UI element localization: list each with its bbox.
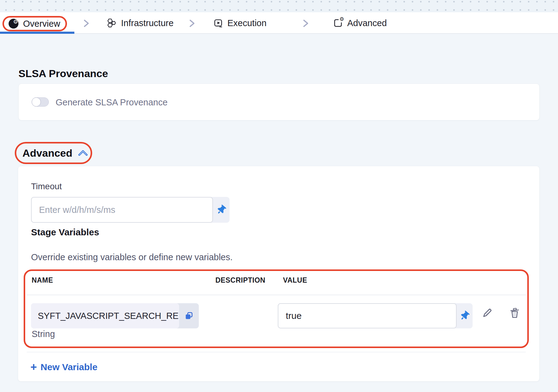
pin-icon [458,310,470,322]
new-variable-label: New Variable [41,362,97,372]
chevron-right-icon [188,19,196,28]
chevron-right-icon [302,19,310,28]
generate-slsa-label: Generate SLSA Provenance [56,84,167,121]
edit-variable-button[interactable] [481,307,493,319]
toggle-knob [32,97,41,107]
stage-variables-title: Stage Variables [31,227,99,237]
chevron-up-icon[interactable] [78,150,88,156]
infrastructure-icon [107,18,117,28]
column-header-value: VALUE [283,276,307,284]
copy-icon [185,312,193,320]
table-bottom-divider [27,352,526,352]
pencil-icon [481,307,493,319]
stage-variables-description: Override existing variables or define ne… [31,252,233,262]
variable-value-group [278,303,473,328]
tab-execution-label: Execution [227,18,266,28]
plus-icon: + [30,362,37,373]
copy-variable-button[interactable] [179,303,199,328]
pin-icon [215,204,227,216]
new-variable-button[interactable]: + New Variable [30,362,97,373]
column-header-name: NAME [32,276,53,284]
timeout-input[interactable] [31,197,213,223]
generate-slsa-toggle[interactable] [32,97,49,107]
table-header-divider [27,295,526,295]
timeout-input-group [31,197,230,223]
tab-overview-label: Overview [23,19,60,29]
variable-name-group: SYFT_JAVASCRIPT_SEARCH_REM [31,303,199,328]
advanced-card: Timeout Stage Variables Override existin… [18,166,540,382]
tab-overview[interactable]: ⚙ Overview [2,16,67,31]
timeout-pin-button[interactable] [213,197,230,223]
trash-icon [509,307,521,319]
advanced-gear-icon: ⚙ [333,18,343,28]
delete-variable-button[interactable] [509,307,521,319]
variable-type-label: String [32,329,55,339]
timeout-label: Timeout [31,182,62,191]
tab-infrastructure[interactable]: Infrastructure [121,12,174,34]
variable-name-field[interactable]: SYFT_JAVASCRIPT_SEARCH_REM [31,303,179,328]
stage-settings-page: ⚙ Overview Infrastructure Execution [0,0,558,392]
active-tab-underline [0,32,74,34]
tab-execution[interactable]: Execution [227,12,266,34]
value-pin-button[interactable] [457,303,473,328]
tab-advanced[interactable]: Advanced [347,12,387,34]
variable-value-input[interactable] [278,303,457,328]
pipeline-canvas-dots [0,0,558,12]
stage-overview-icon: ⚙ [9,19,18,29]
tab-infrastructure-label: Infrastructure [121,18,174,28]
column-header-description: DESCRIPTION [215,276,265,284]
advanced-section-header[interactable]: Advanced [15,142,92,164]
slsa-provenance-title: SLSA Provenance [18,68,108,80]
stage-tabbar: ⚙ Overview Infrastructure Execution [0,12,558,34]
slsa-provenance-card: Generate SLSA Provenance [18,84,540,120]
advanced-section-title: Advanced [22,147,73,159]
chevron-right-icon [82,19,90,28]
execution-icon [214,19,223,28]
tab-advanced-label: Advanced [347,18,387,28]
